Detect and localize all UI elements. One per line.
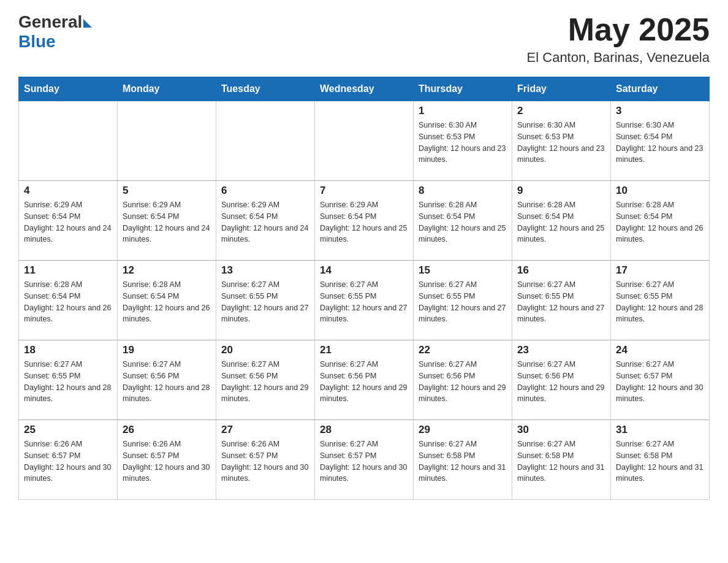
calendar-week-row: 18Sunrise: 6:27 AMSunset: 6:55 PMDayligh…: [19, 340, 710, 420]
day-info: Sunrise: 6:30 AMSunset: 6:53 PMDaylight:…: [419, 120, 507, 166]
day-number: 29: [419, 424, 507, 436]
calendar-cell: 5Sunrise: 6:29 AMSunset: 6:54 PMDaylight…: [118, 181, 216, 261]
day-number: 28: [320, 424, 408, 436]
calendar-cell: 17Sunrise: 6:27 AMSunset: 6:55 PMDayligh…: [611, 261, 710, 340]
day-info: Sunrise: 6:27 AMSunset: 6:55 PMDaylight:…: [221, 279, 309, 325]
calendar-cell: 19Sunrise: 6:27 AMSunset: 6:56 PMDayligh…: [118, 340, 216, 420]
day-number: 17: [616, 264, 704, 277]
day-info: Sunrise: 6:27 AMSunset: 6:55 PMDaylight:…: [616, 279, 704, 325]
day-info: Sunrise: 6:29 AMSunset: 6:54 PMDaylight:…: [320, 199, 408, 245]
day-number: 4: [24, 185, 112, 197]
calendar-cell: [19, 101, 118, 181]
day-info: Sunrise: 6:27 AMSunset: 6:56 PMDaylight:…: [221, 359, 309, 405]
calendar-cell: 22Sunrise: 6:27 AMSunset: 6:56 PMDayligh…: [414, 340, 512, 420]
calendar-header: SundayMondayTuesdayWednesdayThursdayFrid…: [19, 77, 710, 101]
calendar-cell: 1Sunrise: 6:30 AMSunset: 6:53 PMDaylight…: [414, 101, 512, 181]
day-info: Sunrise: 6:28 AMSunset: 6:54 PMDaylight:…: [517, 199, 605, 245]
day-info: Sunrise: 6:27 AMSunset: 6:56 PMDaylight:…: [517, 359, 605, 405]
logo-general-text: General: [18, 12, 82, 32]
day-info: Sunrise: 6:27 AMSunset: 6:55 PMDaylight:…: [517, 279, 605, 325]
calendar-cell: 18Sunrise: 6:27 AMSunset: 6:55 PMDayligh…: [19, 340, 118, 420]
day-info: Sunrise: 6:27 AMSunset: 6:58 PMDaylight:…: [616, 439, 704, 484]
day-number: 12: [123, 264, 211, 277]
day-number: 18: [24, 344, 112, 356]
calendar-cell: 20Sunrise: 6:27 AMSunset: 6:56 PMDayligh…: [216, 340, 315, 420]
calendar-body: 1Sunrise: 6:30 AMSunset: 6:53 PMDaylight…: [19, 101, 710, 500]
calendar-cell: 14Sunrise: 6:27 AMSunset: 6:55 PMDayligh…: [315, 261, 414, 340]
logo: General Blue: [18, 12, 92, 52]
day-number: 9: [517, 185, 605, 197]
calendar-cell: [216, 101, 315, 181]
calendar-cell: 10Sunrise: 6:28 AMSunset: 6:54 PMDayligh…: [611, 181, 710, 261]
day-number: 1: [419, 105, 507, 117]
day-info: Sunrise: 6:30 AMSunset: 6:54 PMDaylight:…: [616, 120, 704, 166]
calendar-cell: 6Sunrise: 6:29 AMSunset: 6:54 PMDaylight…: [216, 181, 315, 261]
day-number: 20: [221, 344, 309, 356]
calendar-cell: 15Sunrise: 6:27 AMSunset: 6:55 PMDayligh…: [414, 261, 512, 340]
day-info: Sunrise: 6:27 AMSunset: 6:56 PMDaylight:…: [320, 359, 408, 405]
day-number: 15: [419, 264, 507, 277]
day-info: Sunrise: 6:27 AMSunset: 6:58 PMDaylight:…: [419, 439, 507, 484]
day-number: 10: [616, 185, 704, 197]
calendar-cell: 13Sunrise: 6:27 AMSunset: 6:55 PMDayligh…: [216, 261, 315, 340]
calendar-cell: 4Sunrise: 6:29 AMSunset: 6:54 PMDaylight…: [19, 181, 118, 261]
calendar-cell: 7Sunrise: 6:29 AMSunset: 6:54 PMDaylight…: [315, 181, 414, 261]
calendar-cell: 11Sunrise: 6:28 AMSunset: 6:54 PMDayligh…: [19, 261, 118, 340]
calendar-cell: 23Sunrise: 6:27 AMSunset: 6:56 PMDayligh…: [512, 340, 611, 420]
calendar-week-row: 1Sunrise: 6:30 AMSunset: 6:53 PMDaylight…: [19, 101, 710, 181]
day-number: 25: [24, 424, 112, 436]
day-number: 23: [517, 344, 605, 356]
day-number: 11: [24, 264, 112, 277]
column-header-saturday: Saturday: [611, 77, 710, 101]
month-year-title: May 2025: [527, 12, 710, 47]
day-info: Sunrise: 6:27 AMSunset: 6:57 PMDaylight:…: [616, 359, 704, 405]
calendar-table: SundayMondayTuesdayWednesdayThursdayFrid…: [18, 77, 710, 500]
calendar-week-row: 4Sunrise: 6:29 AMSunset: 6:54 PMDaylight…: [19, 181, 710, 261]
calendar-cell: 26Sunrise: 6:26 AMSunset: 6:57 PMDayligh…: [118, 420, 216, 500]
day-info: Sunrise: 6:26 AMSunset: 6:57 PMDaylight:…: [221, 439, 309, 484]
column-header-thursday: Thursday: [414, 77, 512, 101]
calendar-cell: 27Sunrise: 6:26 AMSunset: 6:57 PMDayligh…: [216, 420, 315, 500]
calendar-cell: 25Sunrise: 6:26 AMSunset: 6:57 PMDayligh…: [19, 420, 118, 500]
calendar-cell: 8Sunrise: 6:28 AMSunset: 6:54 PMDaylight…: [414, 181, 512, 261]
calendar-cell: 2Sunrise: 6:30 AMSunset: 6:53 PMDaylight…: [512, 101, 611, 181]
day-number: 14: [320, 264, 408, 277]
day-number: 13: [221, 264, 309, 277]
day-info: Sunrise: 6:28 AMSunset: 6:54 PMDaylight:…: [616, 199, 704, 245]
page-header: General Blue May 2025 El Canton, Barinas…: [18, 12, 710, 66]
location-subtitle: El Canton, Barinas, Venezuela: [527, 50, 710, 66]
column-header-sunday: Sunday: [19, 77, 118, 101]
day-info: Sunrise: 6:26 AMSunset: 6:57 PMDaylight:…: [24, 439, 112, 484]
day-info: Sunrise: 6:27 AMSunset: 6:55 PMDaylight:…: [24, 359, 112, 405]
column-header-tuesday: Tuesday: [216, 77, 315, 101]
day-info: Sunrise: 6:27 AMSunset: 6:55 PMDaylight:…: [419, 279, 507, 325]
day-number: 30: [517, 424, 605, 436]
day-info: Sunrise: 6:28 AMSunset: 6:54 PMDaylight:…: [419, 199, 507, 245]
day-number: 21: [320, 344, 408, 356]
calendar-week-row: 11Sunrise: 6:28 AMSunset: 6:54 PMDayligh…: [19, 261, 710, 340]
day-info: Sunrise: 6:27 AMSunset: 6:58 PMDaylight:…: [517, 439, 605, 484]
day-info: Sunrise: 6:27 AMSunset: 6:56 PMDaylight:…: [419, 359, 507, 405]
day-number: 22: [419, 344, 507, 356]
day-info: Sunrise: 6:27 AMSunset: 6:57 PMDaylight:…: [320, 439, 408, 484]
day-info: Sunrise: 6:27 AMSunset: 6:56 PMDaylight:…: [123, 359, 211, 405]
calendar-week-row: 25Sunrise: 6:26 AMSunset: 6:57 PMDayligh…: [19, 420, 710, 500]
day-number: 26: [123, 424, 211, 436]
day-number: 8: [419, 185, 507, 197]
column-header-monday: Monday: [118, 77, 216, 101]
calendar-cell: 16Sunrise: 6:27 AMSunset: 6:55 PMDayligh…: [512, 261, 611, 340]
day-info: Sunrise: 6:29 AMSunset: 6:54 PMDaylight:…: [221, 199, 309, 245]
day-info: Sunrise: 6:26 AMSunset: 6:57 PMDaylight:…: [123, 439, 211, 484]
calendar-cell: 31Sunrise: 6:27 AMSunset: 6:58 PMDayligh…: [611, 420, 710, 500]
day-number: 2: [517, 105, 605, 117]
column-header-friday: Friday: [512, 77, 611, 101]
calendar-cell: 3Sunrise: 6:30 AMSunset: 6:54 PMDaylight…: [611, 101, 710, 181]
day-info: Sunrise: 6:28 AMSunset: 6:54 PMDaylight:…: [24, 279, 112, 325]
calendar-cell: 24Sunrise: 6:27 AMSunset: 6:57 PMDayligh…: [611, 340, 710, 420]
column-header-wednesday: Wednesday: [315, 77, 414, 101]
calendar-cell: 21Sunrise: 6:27 AMSunset: 6:56 PMDayligh…: [315, 340, 414, 420]
logo-triangle-icon: [83, 19, 92, 28]
day-number: 3: [616, 105, 704, 117]
day-info: Sunrise: 6:30 AMSunset: 6:53 PMDaylight:…: [517, 120, 605, 166]
day-number: 31: [616, 424, 704, 436]
